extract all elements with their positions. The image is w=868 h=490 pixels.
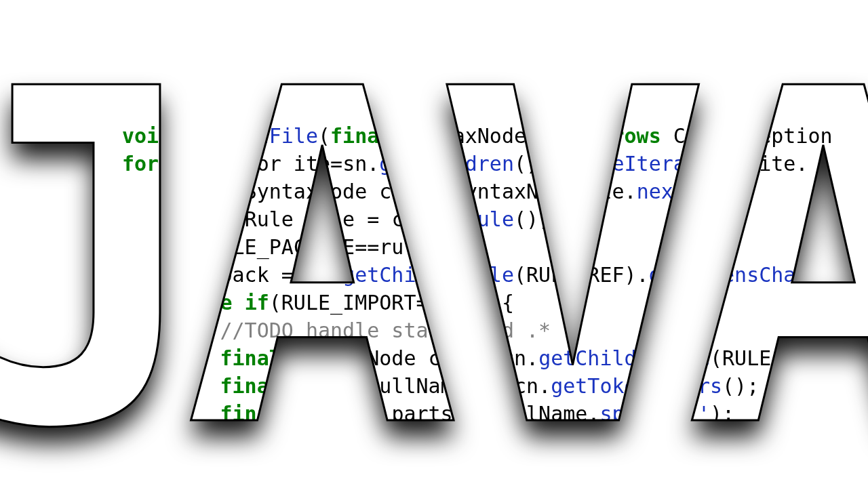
java-art: { "word": "JAVA", "code": { "lines": [ [… xyxy=(0,0,868,490)
java-mask-svg: JAVA JAVA void convertFile(final SyntaxN… xyxy=(0,0,868,490)
java-word-outline: JAVA xyxy=(0,0,868,490)
